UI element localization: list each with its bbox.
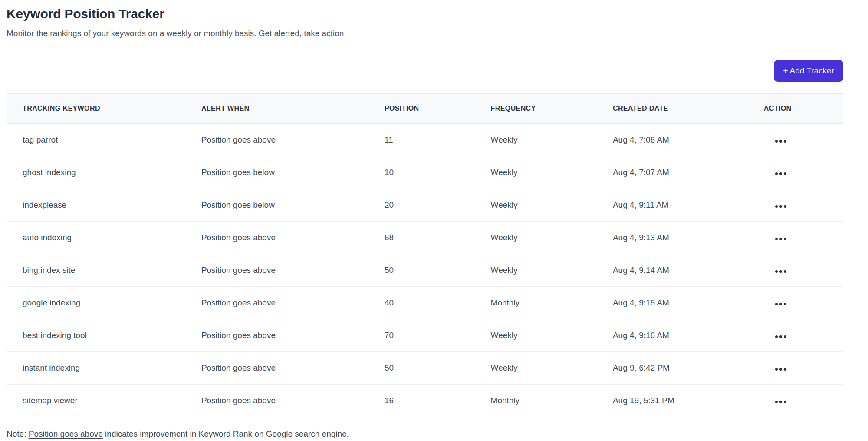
cell-created-date: Aug 4, 9:13 AM <box>597 221 759 254</box>
cell-created-date: Aug 4, 9:11 AM <box>597 189 759 221</box>
cell-tracking-keyword: instant indexing <box>7 351 186 384</box>
cell-created-date: Aug 9, 6:42 PM <box>597 351 759 384</box>
column-header-tracking-keyword: Tracking Keyword <box>7 93 186 123</box>
cell-tracking-keyword: best indexing tool <box>7 319 186 351</box>
footnote-underlined-term: Position goes above <box>29 429 103 438</box>
cell-alert-when: Position goes above <box>186 221 369 254</box>
cell-created-date: Aug 4, 7:07 AM <box>597 156 759 189</box>
cell-action <box>759 123 843 156</box>
cell-created-date: Aug 4, 9:16 AM <box>597 319 759 351</box>
column-header-created-date: Created Date <box>597 93 759 123</box>
tracker-table: Tracking Keyword Alert When Position Fre… <box>7 93 843 417</box>
row-actions-button[interactable] <box>774 138 787 144</box>
cell-alert-when: Position goes above <box>186 286 369 319</box>
tracker-table-header: Tracking Keyword Alert When Position Fre… <box>7 93 843 123</box>
cell-alert-when: Position goes below <box>186 156 369 189</box>
ellipsis-icon <box>775 205 786 208</box>
cell-alert-when: Position goes above <box>186 123 369 156</box>
cell-position: 10 <box>369 156 475 189</box>
cell-position: 70 <box>369 319 475 351</box>
table-row: sitemap viewer Position goes above 16 Mo… <box>7 384 843 417</box>
footnote-suffix: indicates improvement in Keyword Rank on… <box>103 429 349 438</box>
row-actions-button[interactable] <box>774 203 787 209</box>
cell-position: 50 <box>369 351 475 384</box>
table-row: tag parrot Position goes above 11 Weekly… <box>7 123 843 156</box>
row-actions-button[interactable] <box>774 334 787 340</box>
row-actions-button[interactable] <box>774 399 787 405</box>
column-header-alert-when: Alert When <box>186 93 369 123</box>
cell-tracking-keyword: indexplease <box>7 189 186 221</box>
cell-frequency: Weekly <box>475 221 597 254</box>
cell-created-date: Aug 4, 7:06 AM <box>597 123 759 156</box>
add-tracker-button[interactable]: + Add Tracker <box>774 60 843 82</box>
cell-frequency: Monthly <box>475 384 597 417</box>
toolbar: + Add Tracker <box>7 60 843 82</box>
table-row: instant indexing Position goes above 50 … <box>7 351 843 384</box>
cell-tracking-keyword: bing index site <box>7 254 186 286</box>
cell-position: 20 <box>369 189 475 221</box>
ellipsis-icon <box>775 140 786 143</box>
footnote: Note: Position goes above indicates impr… <box>7 429 843 439</box>
ellipsis-icon <box>775 172 786 175</box>
cell-action <box>759 156 843 189</box>
cell-action <box>759 319 843 351</box>
footnote-prefix: Note: <box>7 429 29 438</box>
cell-action <box>759 254 843 286</box>
cell-created-date: Aug 19, 5:31 PM <box>597 384 759 417</box>
row-actions-button[interactable] <box>774 269 787 275</box>
cell-tracking-keyword: google indexing <box>7 286 186 319</box>
table-row: bing index site Position goes above 50 W… <box>7 254 843 286</box>
cell-frequency: Weekly <box>475 123 597 156</box>
row-actions-button[interactable] <box>774 366 787 372</box>
table-row: auto indexing Position goes above 68 Wee… <box>7 221 843 254</box>
column-header-action: Action <box>759 93 843 123</box>
cell-frequency: Weekly <box>475 254 597 286</box>
table-row: google indexing Position goes above 40 M… <box>7 286 843 319</box>
page-title: Keyword Position Tracker <box>7 6 843 22</box>
cell-position: 40 <box>369 286 475 319</box>
cell-position: 68 <box>369 221 475 254</box>
cell-tracking-keyword: ghost indexing <box>7 156 186 189</box>
cell-alert-when: Position goes above <box>186 254 369 286</box>
ellipsis-icon <box>775 270 786 273</box>
cell-alert-when: Position goes below <box>186 189 369 221</box>
column-header-position: Position <box>369 93 475 123</box>
row-actions-button[interactable] <box>774 301 787 307</box>
cell-alert-when: Position goes above <box>186 351 369 384</box>
cell-position: 16 <box>369 384 475 417</box>
column-header-frequency: Frequency <box>475 93 597 123</box>
cell-frequency: Weekly <box>475 351 597 384</box>
ellipsis-icon <box>775 401 786 403</box>
page-subtitle: Monitor the rankings of your keywords on… <box>7 28 843 39</box>
tracker-table-body: tag parrot Position goes above 11 Weekly… <box>7 123 843 417</box>
keyword-position-tracker-page: Keyword Position Tracker Monitor the ran… <box>0 0 868 439</box>
cell-frequency: Weekly <box>475 319 597 351</box>
cell-position: 11 <box>369 123 475 156</box>
cell-action <box>759 221 843 254</box>
cell-frequency: Weekly <box>475 156 597 189</box>
ellipsis-icon <box>775 238 786 240</box>
cell-tracking-keyword: tag parrot <box>7 123 186 156</box>
cell-action <box>759 189 843 221</box>
cell-alert-when: Position goes above <box>186 384 369 417</box>
cell-alert-when: Position goes above <box>186 319 369 351</box>
cell-action <box>759 286 843 319</box>
cell-tracking-keyword: auto indexing <box>7 221 186 254</box>
cell-action <box>759 351 843 384</box>
cell-frequency: Monthly <box>475 286 597 319</box>
table-row: ghost indexing Position goes below 10 We… <box>7 156 843 189</box>
cell-tracking-keyword: sitemap viewer <box>7 384 186 417</box>
cell-created-date: Aug 4, 9:15 AM <box>597 286 759 319</box>
row-actions-button[interactable] <box>774 171 787 177</box>
ellipsis-icon <box>775 368 786 371</box>
cell-action <box>759 384 843 417</box>
ellipsis-icon <box>775 335 786 338</box>
row-actions-button[interactable] <box>774 236 787 242</box>
cell-created-date: Aug 4, 9:14 AM <box>597 254 759 286</box>
table-row: indexplease Position goes below 20 Weekl… <box>7 189 843 221</box>
cell-frequency: Weekly <box>475 189 597 221</box>
ellipsis-icon <box>775 303 786 305</box>
cell-position: 50 <box>369 254 475 286</box>
table-row: best indexing tool Position goes above 7… <box>7 319 843 351</box>
